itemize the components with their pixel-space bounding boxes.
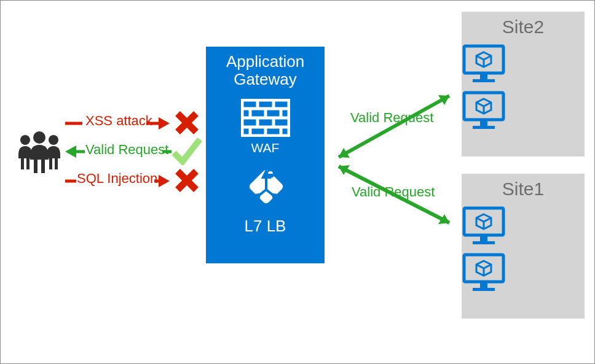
- site1-box: Site1: [462, 174, 585, 319]
- svg-marker-41: [273, 195, 278, 199]
- waf-label: WAF: [206, 141, 325, 155]
- svg-point-0: [33, 131, 45, 144]
- svg-rect-54: [480, 121, 487, 126]
- svg-rect-2: [41, 158, 45, 173]
- load-balancer-icon: [241, 161, 290, 211]
- vm-icon: [462, 90, 585, 131]
- svg-rect-57: [480, 236, 487, 241]
- svg-marker-11: [159, 117, 170, 130]
- svg-marker-40: [254, 195, 259, 199]
- svg-rect-5: [26, 157, 30, 169]
- svg-rect-61: [473, 288, 495, 291]
- check-icon: [170, 136, 203, 165]
- site2-box: Site2: [462, 12, 585, 157]
- sqli-label: SQL Injection: [77, 171, 157, 187]
- svg-marker-19: [159, 175, 170, 187]
- users-icon: [15, 126, 63, 174]
- block-icon-xss: [175, 111, 199, 134]
- svg-marker-14: [65, 145, 76, 158]
- route-label-site1: Valid Request: [352, 184, 435, 200]
- vm-icon: [462, 252, 585, 293]
- svg-rect-1: [34, 158, 37, 173]
- gateway-title-1: Application: [206, 53, 325, 71]
- site1-title: Site1: [462, 179, 585, 199]
- svg-rect-7: [49, 157, 52, 169]
- block-icon-sqli: [175, 169, 199, 192]
- svg-rect-8: [55, 157, 58, 169]
- firewall-icon: [241, 99, 290, 137]
- valid-label: Valid Request: [85, 142, 168, 158]
- application-gateway: Application Gateway WAF: [206, 47, 325, 263]
- svg-line-44: [339, 96, 449, 157]
- svg-point-3: [20, 135, 30, 145]
- svg-rect-51: [480, 74, 487, 79]
- lb-label: L7 LB: [206, 217, 325, 236]
- svg-rect-60: [480, 283, 487, 288]
- svg-rect-58: [473, 241, 495, 244]
- vm-icon: [462, 206, 585, 246]
- vm-icon: [462, 44, 585, 84]
- svg-rect-55: [473, 126, 495, 129]
- svg-rect-52: [473, 79, 495, 82]
- xss-label: XSS attack: [85, 113, 152, 129]
- svg-rect-4: [21, 157, 24, 169]
- site2-title: Site2: [462, 17, 585, 37]
- svg-point-6: [49, 135, 58, 145]
- route-label-site2: Valid Request: [350, 110, 433, 126]
- route-arrows: [326, 87, 462, 228]
- gateway-title-2: Gateway: [206, 71, 325, 88]
